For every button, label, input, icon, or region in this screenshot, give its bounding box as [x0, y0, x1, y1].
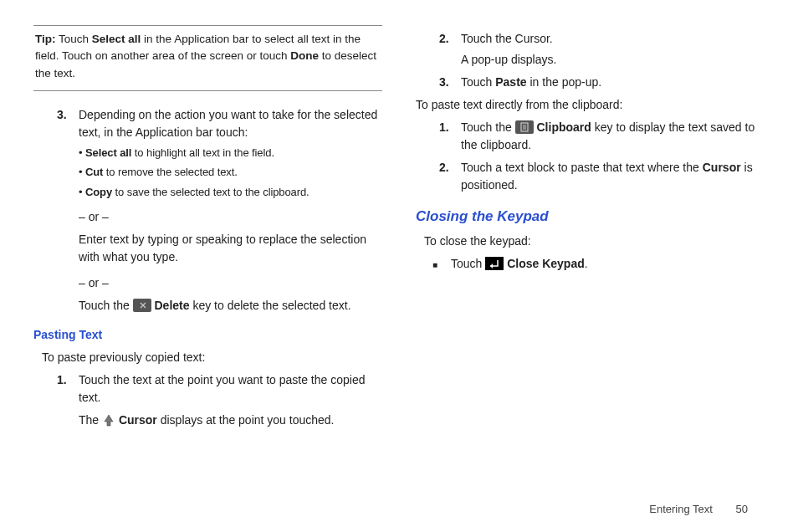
- d2-b: Cursor: [703, 161, 741, 174]
- p3-b: Paste: [495, 75, 526, 89]
- tip-lead: Tip:: [35, 33, 56, 45]
- or-2: – or –: [79, 274, 382, 292]
- p3-a: Touch: [461, 75, 495, 89]
- d2-a: Touch a text block to paste that text wh…: [461, 161, 703, 174]
- tip-box: Tip: Touch Select all in the Application…: [33, 25, 382, 91]
- page-footer: Entering Text 50: [649, 503, 748, 515]
- paste-step-1-num: 1.: [57, 371, 79, 407]
- cursor-icon: [102, 413, 115, 427]
- pasting-text-heading: Pasting Text: [33, 326, 382, 344]
- direct-step-2-num: 2.: [439, 159, 461, 194]
- bullet-1-rest: to highlight all text in the field.: [131, 146, 274, 159]
- back-key-icon: [485, 257, 504, 275]
- delete-key-icon: [133, 299, 151, 312]
- closing-intro: To close the keypad:: [424, 233, 765, 250]
- bullet-1-b: Select all: [85, 146, 131, 159]
- direct-step-1: 1. Touch the Clipboard key to display th…: [439, 119, 765, 154]
- tip-b1: Select all: [92, 33, 141, 45]
- p1sub-c: displays at the point you touched.: [157, 413, 335, 427]
- direct-step-1-num: 1.: [439, 119, 461, 154]
- ci-b: Close Keypad: [507, 257, 585, 270]
- bullet-3-b: Copy: [85, 186, 112, 198]
- direct-step-1-body: Touch the Clipboard key to display the t…: [461, 119, 765, 154]
- p1sub-a: The: [79, 413, 102, 427]
- tip-t1: Touch: [56, 33, 92, 45]
- closing-item: ■ Touch Close Keypad.: [432, 255, 765, 275]
- step-3-bullet-2: • Cut to remove the selected text.: [79, 164, 382, 181]
- square-bullet-icon: ■: [432, 255, 451, 275]
- paste-step-1: 1. Touch the text at the point you want …: [57, 371, 382, 407]
- d1-b: Clipboard: [537, 120, 591, 134]
- direct-step-2-body: Touch a text block to paste that text wh…: [461, 159, 765, 194]
- paste-step-3-num: 3.: [439, 74, 461, 91]
- footer-page-number: 50: [736, 503, 748, 515]
- paste-step-3: 3. Touch Paste in the pop-up.: [439, 74, 765, 91]
- paste-step-1-body: Touch the text at the point you want to …: [79, 371, 382, 407]
- closing-keypad-heading: Closing the Keypad: [416, 206, 765, 228]
- bullet-3-rest: to save the selected text to the clipboa…: [112, 186, 309, 198]
- paste-step-2: 2. Touch the Cursor. A pop-up displays.: [439, 30, 765, 69]
- svg-marker-0: [105, 415, 113, 426]
- alt2-a: Touch the: [79, 299, 133, 312]
- step-3-alt2: Touch the Delete key to delete the selec…: [79, 297, 382, 315]
- clipboard-key-icon: [515, 120, 534, 134]
- ci-c: .: [585, 257, 588, 270]
- p3-c: in the pop-up.: [527, 75, 602, 89]
- paste-step-2-num: 2.: [439, 30, 461, 69]
- left-column: Tip: Touch Select all in the Application…: [33, 25, 399, 468]
- p1sub-b: Cursor: [119, 413, 157, 427]
- or-1: – or –: [79, 208, 382, 226]
- step-3-body: Depending on the action you want to take…: [79, 106, 382, 141]
- step-3: 3. Depending on the action you want to t…: [57, 106, 382, 141]
- pasting-intro: To paste previously copied text:: [42, 349, 382, 366]
- svg-rect-5: [485, 257, 504, 270]
- paste-step-2-body: Touch the Cursor. A pop-up displays.: [461, 30, 765, 69]
- ci-a: Touch: [451, 257, 485, 270]
- direct-paste-intro: To paste text directly from the clipboar…: [416, 96, 765, 114]
- step-3-num: 3.: [57, 106, 79, 141]
- bullet-2-rest: to remove the selected text.: [103, 166, 237, 178]
- p2-line1: Touch the Cursor.: [461, 30, 765, 48]
- closing-item-body: Touch Close Keypad.: [451, 255, 588, 275]
- tip-b2: Done: [290, 49, 319, 62]
- step-3-bullet-3: • Copy to save the selected text to the …: [79, 184, 382, 201]
- alt2-c: key to delete the selected text.: [190, 299, 351, 312]
- paste-step-1-sub: The Cursor displays at the point you tou…: [79, 412, 382, 429]
- step-3-alt1: Enter text by typing or speaking to repl…: [79, 231, 382, 266]
- paste-step-3-body: Touch Paste in the pop-up.: [461, 74, 765, 91]
- p2-line2: A pop-up displays.: [461, 51, 765, 69]
- page-body: Tip: Touch Select all in the Application…: [0, 0, 798, 477]
- alt2-b: Delete: [155, 299, 190, 312]
- bullet-2-b: Cut: [85, 166, 103, 178]
- footer-section: Entering Text: [649, 503, 713, 515]
- right-column: 2. Touch the Cursor. A pop-up displays. …: [399, 25, 765, 468]
- direct-step-2: 2. Touch a text block to paste that text…: [439, 159, 765, 194]
- d1-a: Touch the: [461, 120, 515, 134]
- step-3-bullet-1: • Select all to highlight all text in th…: [79, 145, 382, 161]
